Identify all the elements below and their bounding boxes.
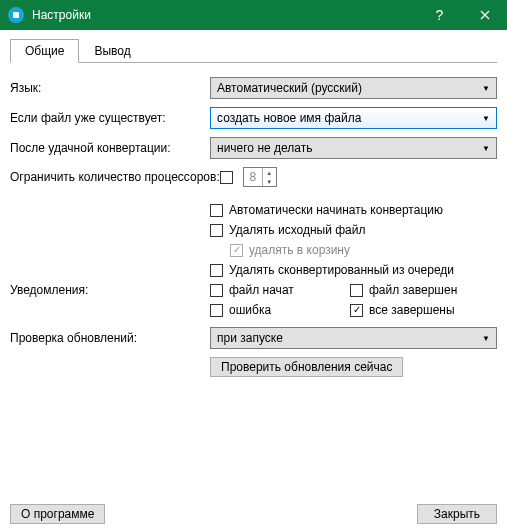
- chevron-down-icon: ▼: [482, 334, 490, 343]
- language-value: Автоматический (русский): [217, 81, 362, 95]
- close-window-button[interactable]: [462, 0, 507, 30]
- notify-file-started-label: файл начат: [229, 283, 294, 297]
- notify-error-checkbox[interactable]: [210, 304, 223, 317]
- language-label: Язык:: [10, 81, 210, 95]
- title-bar: Настройки ?: [0, 0, 507, 30]
- chevron-down-icon: ▼: [482, 114, 490, 123]
- notify-all-finished-label: все завершены: [369, 303, 455, 317]
- updates-value: при запуске: [217, 331, 283, 345]
- after-conv-value: ничего не делать: [217, 141, 312, 155]
- delete-recycle-label: удалять в корзину: [249, 243, 350, 257]
- app-icon: [8, 7, 24, 23]
- remove-queue-checkbox[interactable]: [210, 264, 223, 277]
- close-button[interactable]: Закрыть: [417, 504, 497, 524]
- file-exists-dropdown[interactable]: создать новое имя файла ▼: [210, 107, 497, 129]
- language-dropdown[interactable]: Автоматический (русский) ▼: [210, 77, 497, 99]
- check-updates-now-button[interactable]: Проверить обновления сейчас: [210, 357, 403, 377]
- help-button[interactable]: ?: [417, 0, 462, 30]
- dialog-content: Общие Вывод Язык: Автоматический (русски…: [0, 30, 507, 530]
- form-area: Язык: Автоматический (русский) ▼ Если фа…: [10, 77, 497, 498]
- file-exists-value: создать новое имя файла: [217, 111, 361, 125]
- after-conv-dropdown[interactable]: ничего не делать ▼: [210, 137, 497, 159]
- spinner-down-icon[interactable]: ▼: [263, 177, 276, 186]
- cpu-count-value: 8: [244, 168, 262, 186]
- cpu-count-spinner[interactable]: 8 ▲▼: [243, 167, 277, 187]
- limit-cpu-checkbox[interactable]: [220, 171, 233, 184]
- after-conv-label: После удачной конвертации:: [10, 141, 210, 155]
- updates-dropdown[interactable]: при запуске ▼: [210, 327, 497, 349]
- notifications-label: Уведомления:: [10, 283, 210, 297]
- delete-recycle-checkbox: ✓: [230, 244, 243, 257]
- dialog-footer: О программе Закрыть: [10, 498, 497, 524]
- updates-label: Проверка обновлений:: [10, 331, 210, 345]
- notify-file-started-checkbox[interactable]: [210, 284, 223, 297]
- notify-file-finished-label: файл завершен: [369, 283, 457, 297]
- about-button[interactable]: О программе: [10, 504, 105, 524]
- svg-rect-0: [13, 12, 19, 18]
- tab-general[interactable]: Общие: [10, 39, 79, 63]
- notify-all-finished-checkbox[interactable]: ✓: [350, 304, 363, 317]
- auto-start-checkbox[interactable]: [210, 204, 223, 217]
- spinner-up-icon[interactable]: ▲: [263, 168, 276, 177]
- file-exists-label: Если файл уже существует:: [10, 111, 210, 125]
- notify-error-label: ошибка: [229, 303, 271, 317]
- limit-cpu-label: Ограничить количество процессоров:: [10, 170, 220, 184]
- chevron-down-icon: ▼: [482, 84, 490, 93]
- delete-source-checkbox[interactable]: [210, 224, 223, 237]
- delete-source-label: Удалять исходный файл: [229, 223, 365, 237]
- notify-file-finished-checkbox[interactable]: [350, 284, 363, 297]
- tab-strip: Общие Вывод: [10, 38, 497, 63]
- window-title: Настройки: [32, 8, 417, 22]
- remove-queue-label: Удалять сконвертированный из очереди: [229, 263, 454, 277]
- tab-output[interactable]: Вывод: [79, 39, 145, 63]
- chevron-down-icon: ▼: [482, 144, 490, 153]
- auto-start-label: Автоматически начинать конвертацию: [229, 203, 443, 217]
